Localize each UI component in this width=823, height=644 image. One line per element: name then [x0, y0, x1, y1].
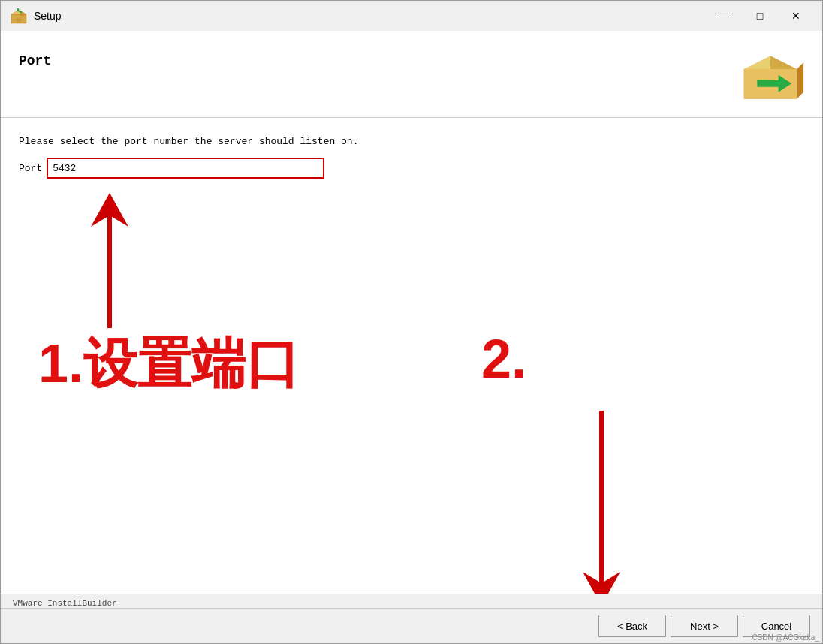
close-button[interactable]: ✕ — [779, 5, 813, 27]
window-title: Setup — [34, 10, 707, 22]
port-label: Port — [19, 163, 42, 174]
svg-marker-15 — [583, 572, 620, 594]
svg-marker-9 — [744, 56, 770, 69]
app-icon — [10, 7, 28, 25]
content-area: Please select the port number the server… — [1, 118, 822, 594]
watermark: CSDN @ACGkaka_ — [752, 633, 819, 642]
page-title: Port — [19, 46, 51, 68]
footer: VMware InstallBuilder < Back Next > Canc… — [1, 594, 822, 643]
back-button[interactable]: < Back — [598, 615, 666, 637]
annotation-1: 1.设置端口 — [38, 328, 300, 400]
arrow-1-icon — [87, 185, 132, 339]
setup-window: Setup — □ ✕ Port Please select the port … — [0, 0, 823, 644]
header-logo-icon — [737, 46, 804, 102]
port-input[interactable] — [47, 158, 324, 179]
svg-marker-8 — [797, 62, 803, 99]
minimize-button[interactable]: — — [707, 5, 741, 27]
title-bar: Setup — □ ✕ — [1, 1, 822, 31]
annotation-2: 2. — [481, 328, 526, 390]
svg-marker-10 — [770, 56, 797, 69]
port-row: Port — [19, 158, 804, 179]
brand-label: VMware InstallBuilder — [1, 594, 822, 609]
window-controls: — □ ✕ — [707, 5, 813, 27]
svg-marker-13 — [91, 193, 128, 227]
description-text: Please select the port number the server… — [19, 136, 804, 147]
arrow-2-icon — [579, 403, 624, 594]
next-button[interactable]: Next > — [671, 615, 738, 637]
svg-marker-3 — [17, 17, 21, 23]
footer-buttons: < Back Next > Cancel — [1, 609, 822, 643]
header-section: Port — [1, 31, 822, 118]
maximize-button[interactable]: □ — [743, 5, 777, 27]
